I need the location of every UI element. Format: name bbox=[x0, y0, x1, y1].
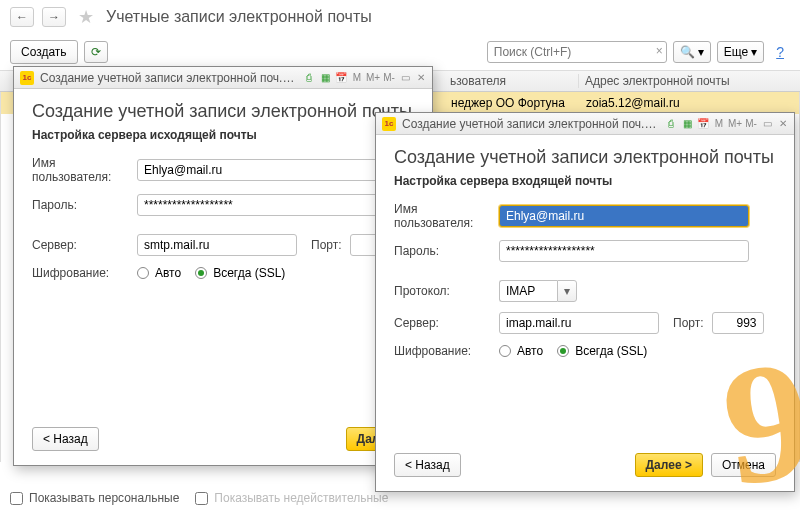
server-label: Сервер: bbox=[32, 238, 137, 252]
next-button[interactable]: Далее > bbox=[635, 453, 703, 477]
chevron-down-icon: ▾ bbox=[751, 45, 757, 59]
encryption-label: Шифрование: bbox=[32, 266, 137, 280]
print-icon[interactable]: ⎙ bbox=[302, 71, 316, 85]
protocol-label: Протокол: bbox=[394, 284, 499, 298]
search-box: × bbox=[487, 41, 667, 63]
grid-icon[interactable]: ▦ bbox=[318, 71, 332, 85]
m-minus-icon[interactable]: M- bbox=[744, 117, 758, 131]
password-label: Пароль: bbox=[32, 198, 137, 212]
favorite-star-icon[interactable]: ★ bbox=[78, 6, 94, 28]
dialog-outgoing: 1c Создание учетной записи электронной п… bbox=[13, 66, 433, 466]
server-label: Сервер: bbox=[394, 316, 499, 330]
port-input[interactable] bbox=[712, 312, 764, 334]
password-label: Пароль: bbox=[394, 244, 499, 258]
encryption-ssl-label: Всегда (SSL) bbox=[213, 266, 285, 280]
show-invalid-checkbox[interactable]: Показывать недействительные bbox=[195, 491, 388, 505]
username-label: Имя пользователя: bbox=[394, 202, 499, 230]
radio-on-icon bbox=[557, 345, 569, 357]
cancel-button[interactable]: Отмена bbox=[711, 453, 776, 477]
refresh-icon: ⟳ bbox=[91, 45, 101, 59]
dialog-incoming-heading: Создание учетной записи электронной почт… bbox=[394, 147, 776, 168]
show-personal-input[interactable] bbox=[10, 492, 23, 505]
port-label: Порт: bbox=[673, 316, 704, 330]
dialog-outgoing-sub: Настройка сервера исходящей почты bbox=[32, 128, 414, 142]
search-input[interactable] bbox=[487, 41, 667, 63]
username-label: Имя пользователя: bbox=[32, 156, 137, 184]
grid-icon[interactable]: ▦ bbox=[680, 117, 694, 131]
chevron-down-icon: ▾ bbox=[698, 45, 704, 59]
nav-back-button[interactable]: ← bbox=[10, 7, 34, 27]
m-icon[interactable]: M bbox=[712, 117, 726, 131]
radio-off-icon bbox=[499, 345, 511, 357]
password-input[interactable] bbox=[137, 194, 385, 216]
m-icon[interactable]: M bbox=[350, 71, 364, 85]
encryption-ssl-radio[interactable]: Всегда (SSL) bbox=[195, 266, 285, 280]
magnifier-icon: 🔍 bbox=[680, 45, 695, 59]
maximize-icon[interactable]: ▭ bbox=[398, 71, 412, 85]
topbar: ← → ★ Учетные записи электронной почты bbox=[0, 0, 800, 34]
create-button[interactable]: Создать bbox=[10, 40, 78, 64]
encryption-ssl-radio[interactable]: Всегда (SSL) bbox=[557, 344, 647, 358]
refresh-button[interactable]: ⟳ bbox=[84, 41, 108, 63]
dialog-outgoing-caption: Создание учетной записи электронной поч.… bbox=[40, 71, 296, 85]
dialog-outgoing-titlebar[interactable]: 1c Создание учетной записи электронной п… bbox=[14, 67, 432, 89]
app-1c-icon: 1c bbox=[382, 117, 396, 131]
show-invalid-label: Показывать недействительные bbox=[214, 491, 388, 505]
port-label: Порт: bbox=[311, 238, 342, 252]
server-input[interactable] bbox=[499, 312, 659, 334]
close-icon[interactable]: ✕ bbox=[776, 117, 790, 131]
server-input[interactable] bbox=[137, 234, 297, 256]
help-link[interactable]: ? bbox=[776, 44, 784, 60]
cell-email: zoia5.12@mail.ru bbox=[586, 96, 680, 110]
col-user: ьзователя bbox=[450, 74, 506, 88]
calendar-icon[interactable]: 📅 bbox=[334, 71, 348, 85]
col-email: Адрес электронной почты bbox=[585, 74, 730, 88]
username-input[interactable] bbox=[499, 205, 749, 227]
footer: Показывать персональные Показывать недей… bbox=[10, 491, 388, 505]
encryption-label: Шифрование: bbox=[394, 344, 499, 358]
show-invalid-input[interactable] bbox=[195, 492, 208, 505]
back-button[interactable]: < Назад bbox=[394, 453, 461, 477]
username-input[interactable] bbox=[137, 159, 385, 181]
cell-user: неджер ОО Фортуна bbox=[451, 96, 565, 110]
protocol-select[interactable]: ▾ bbox=[499, 280, 577, 302]
more-label: Еще bbox=[724, 45, 748, 59]
radio-on-icon bbox=[195, 267, 207, 279]
encryption-auto-radio[interactable]: Авто bbox=[137, 266, 181, 280]
dialog-incoming: 1c Создание учетной записи электронной п… bbox=[375, 112, 795, 492]
encryption-auto-label: Авто bbox=[517, 344, 543, 358]
encryption-auto-label: Авто bbox=[155, 266, 181, 280]
nav-forward-button[interactable]: → bbox=[42, 7, 66, 27]
encryption-auto-radio[interactable]: Авто bbox=[499, 344, 543, 358]
radio-off-icon bbox=[137, 267, 149, 279]
m-plus-icon[interactable]: M+ bbox=[366, 71, 380, 85]
dialog-incoming-titlebar[interactable]: 1c Создание учетной записи электронной п… bbox=[376, 113, 794, 135]
dialog-outgoing-heading: Создание учетной записи электронной почт… bbox=[32, 101, 414, 122]
dialog-incoming-caption: Создание учетной записи электронной поч.… bbox=[402, 117, 658, 131]
app-1c-icon: 1c bbox=[20, 71, 34, 85]
chevron-down-icon[interactable]: ▾ bbox=[557, 280, 577, 302]
more-button[interactable]: Еще ▾ bbox=[717, 41, 764, 63]
page-title: Учетные записи электронной почты bbox=[106, 8, 372, 26]
m-plus-icon[interactable]: M+ bbox=[728, 117, 742, 131]
protocol-value[interactable] bbox=[499, 280, 557, 302]
encryption-ssl-label: Всегда (SSL) bbox=[575, 344, 647, 358]
dialog-incoming-sub: Настройка сервера входящей почты bbox=[394, 174, 776, 188]
m-minus-icon[interactable]: M- bbox=[382, 71, 396, 85]
back-button[interactable]: < Назад bbox=[32, 427, 99, 451]
print-icon[interactable]: ⎙ bbox=[664, 117, 678, 131]
search-clear-icon[interactable]: × bbox=[656, 44, 663, 58]
close-icon[interactable]: ✕ bbox=[414, 71, 428, 85]
maximize-icon[interactable]: ▭ bbox=[760, 117, 774, 131]
search-options-button[interactable]: 🔍 ▾ bbox=[673, 41, 711, 63]
calendar-icon[interactable]: 📅 bbox=[696, 117, 710, 131]
show-personal-checkbox[interactable]: Показывать персональные bbox=[10, 491, 179, 505]
show-personal-label: Показывать персональные bbox=[29, 491, 179, 505]
password-input[interactable] bbox=[499, 240, 749, 262]
toolbar: Создать ⟳ × 🔍 ▾ Еще ▾ ? bbox=[0, 34, 800, 70]
